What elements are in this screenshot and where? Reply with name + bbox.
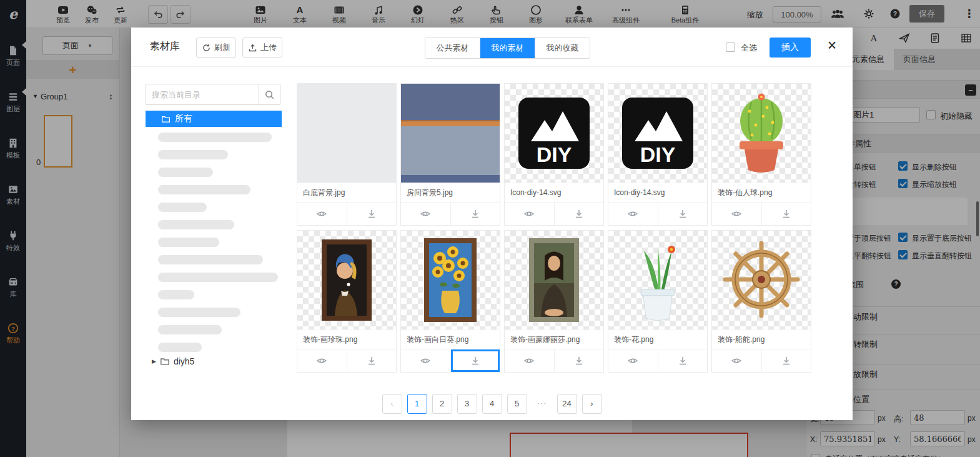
preview-button[interactable] (712, 203, 761, 225)
material-name: 装饰-船舵.png (712, 329, 811, 349)
download-button[interactable] (761, 349, 811, 372)
material-thumbnail-flower[interactable] (608, 231, 707, 329)
download-button[interactable] (347, 349, 397, 372)
material-name: 装饰-画向日葵.png (401, 329, 500, 349)
material-thumbnail-diy[interactable]: DIY (608, 84, 707, 183)
download-icon (781, 208, 792, 219)
page-button-24[interactable]: 24 (557, 394, 577, 414)
eye-icon (316, 208, 327, 219)
tree-item-redacted[interactable] (158, 150, 228, 159)
tree-item-redacted[interactable] (158, 290, 194, 299)
preview-button[interactable] (401, 203, 450, 225)
material-thumbnail-room-bg[interactable] (401, 84, 500, 183)
material-card: 装饰-画蒙娜丽莎.png (504, 230, 604, 373)
download-button[interactable] (658, 349, 708, 372)
card-actions (505, 349, 603, 372)
preview-button[interactable] (505, 349, 554, 372)
tree-item-diyh5[interactable]: ▶ diyh5 (152, 356, 194, 366)
material-card: DIY Icon-diy-14.svg (504, 83, 604, 226)
upload-button[interactable]: 上传 (242, 38, 282, 58)
page-button-4[interactable]: 4 (482, 394, 502, 414)
refresh-button[interactable]: 刷新 (196, 38, 236, 58)
download-icon (677, 355, 688, 366)
material-thumbnail-wheel[interactable] (712, 231, 811, 329)
download-button-selected[interactable] (450, 349, 500, 372)
download-icon (781, 355, 792, 366)
preview-button[interactable] (401, 349, 450, 372)
refresh-icon (202, 43, 211, 53)
upload-icon (248, 43, 257, 53)
preview-button[interactable] (297, 203, 347, 225)
material-thumbnail-monalisa[interactable] (505, 231, 603, 329)
search-button[interactable] (259, 84, 280, 105)
download-button[interactable] (554, 349, 604, 372)
download-button[interactable] (658, 203, 708, 225)
select-all-checkbox[interactable] (726, 43, 735, 52)
material-thumbnail-white-bg[interactable] (297, 84, 396, 183)
tree-item-redacted[interactable] (158, 273, 278, 282)
page-button-1[interactable]: 1 (407, 394, 427, 414)
card-actions (505, 202, 603, 225)
material-thumbnail-sunflower[interactable] (401, 231, 500, 329)
tree-item-redacted[interactable] (158, 220, 234, 229)
close-icon[interactable]: × (823, 36, 841, 54)
tree-root-label: 所有 (175, 113, 192, 124)
eye-icon (731, 208, 742, 219)
tree-item-all[interactable]: 所有 (146, 111, 282, 127)
material-card: 装饰-画珍珠.png (297, 230, 397, 373)
download-icon (573, 208, 585, 219)
tab-my-favorites[interactable]: 我的收藏 (535, 38, 590, 58)
download-icon (573, 355, 585, 366)
preview-button[interactable] (297, 349, 347, 372)
material-name: 装饰-画珍珠.png (297, 329, 396, 349)
tree-item-redacted[interactable] (158, 238, 219, 247)
page-ellipsis: ··· (532, 394, 552, 414)
expand-icon: ▶ (152, 358, 156, 364)
tab-public-materials[interactable]: 公共素材 (425, 38, 480, 58)
download-button[interactable] (347, 203, 397, 225)
tree-item-redacted[interactable] (158, 168, 213, 177)
eye-icon (420, 208, 431, 219)
page-button-5[interactable]: 5 (507, 394, 527, 414)
search-input[interactable] (146, 84, 259, 105)
download-button[interactable] (554, 203, 604, 225)
material-card: 白底背景.jpg (297, 83, 397, 226)
preview-button[interactable] (505, 203, 554, 225)
folder-icon (161, 114, 171, 124)
download-icon (677, 208, 688, 219)
download-button[interactable] (761, 203, 811, 225)
tree-leaf-label: diyh5 (174, 356, 194, 366)
download-button[interactable] (450, 203, 500, 225)
material-name: 白底背景.jpg (297, 183, 396, 202)
tree-item-redacted[interactable] (158, 343, 202, 352)
svg-text:DIY: DIY (537, 143, 572, 166)
eye-icon (523, 355, 535, 366)
page-button-2[interactable]: 2 (432, 394, 452, 414)
insert-button[interactable]: 插入 (770, 38, 811, 58)
material-thumbnail-pearl[interactable] (297, 231, 396, 329)
tree-item-redacted[interactable] (158, 308, 240, 317)
material-card: 装饰-仙人球.png (711, 83, 811, 226)
select-all-label: 全选 (741, 43, 757, 54)
tree-item-redacted[interactable] (158, 325, 222, 334)
modal-title: 素材库 (150, 40, 180, 53)
page-next-button[interactable]: › (582, 394, 602, 414)
page-prev-button[interactable]: ‹ (382, 394, 402, 414)
material-thumbnail-diy[interactable]: DIY (505, 84, 603, 183)
tree-item-redacted[interactable] (158, 255, 263, 264)
download-icon (366, 208, 377, 219)
preview-button[interactable] (608, 203, 658, 225)
svg-text:DIY: DIY (640, 143, 676, 166)
tree-item-redacted[interactable] (158, 133, 272, 142)
tree-item-redacted[interactable] (158, 203, 207, 212)
material-name: Icon-diy-14.svg (608, 183, 707, 202)
material-card: 房间背景5.jpg (400, 83, 500, 226)
tree-item-redacted[interactable] (158, 185, 250, 194)
eye-icon (731, 355, 742, 366)
refresh-label: 刷新 (214, 42, 230, 53)
page-button-3[interactable]: 3 (457, 394, 477, 414)
tab-my-materials[interactable]: 我的素材 (480, 38, 535, 58)
preview-button[interactable] (608, 349, 658, 372)
material-thumbnail-cactus[interactable] (712, 84, 811, 183)
preview-button[interactable] (712, 349, 761, 372)
